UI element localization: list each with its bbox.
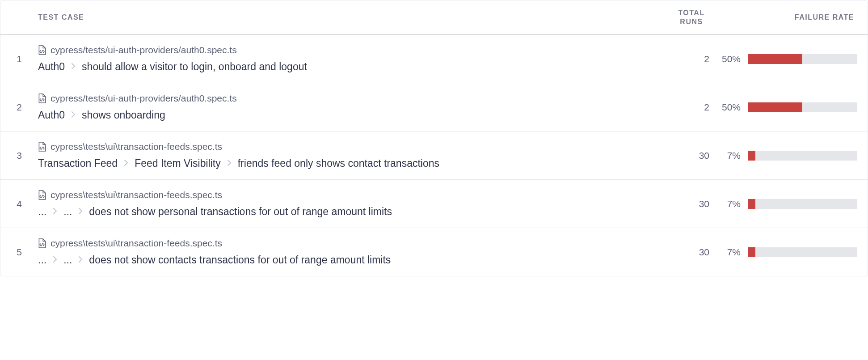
column-header-failure-rate[interactable]: FAILURE RATE — [718, 13, 857, 21]
failure-rate-bar-fill — [748, 247, 755, 257]
file-icon — [38, 142, 46, 152]
table-row[interactable]: 2 cypress/tests/ui-auth-providers/auth0.… — [0, 83, 868, 131]
file-path: cypress\tests\ui\transaction-feeds.spec.… — [51, 190, 222, 200]
failure-rate-cell: 7% — [718, 247, 857, 258]
breadcrumb-segment: shows onboarding — [82, 109, 165, 121]
file-path: cypress\tests\ui\transaction-feeds.spec.… — [51, 238, 222, 249]
column-header-total-runs[interactable]: TOTAL RUNS — [665, 8, 718, 26]
column-header-testcase[interactable]: TEST CASE — [38, 13, 665, 21]
table-body: 1 cypress/tests/ui-auth-providers/auth0.… — [0, 35, 868, 276]
failure-rate-bar-fill — [748, 151, 755, 161]
chevron-right-icon — [78, 208, 83, 214]
breadcrumb-segment: ... — [63, 206, 72, 218]
row-index: 4 — [0, 199, 38, 209]
row-index: 3 — [0, 150, 38, 161]
chevron-right-icon — [71, 110, 76, 120]
table-row[interactable]: 4 cypress\tests\ui\transaction-feeds.spe… — [0, 180, 868, 228]
chevron-right-icon — [71, 62, 76, 72]
test-breadcrumb: Auth0shows onboarding — [38, 109, 665, 121]
table-header: TEST CASE TOTAL RUNS FAILURE RATE — [0, 0, 868, 35]
failure-rate-bar — [748, 54, 857, 64]
row-main: cypress/tests/ui-auth-providers/auth0.sp… — [38, 93, 665, 121]
row-main: cypress\tests\ui\transaction-feeds.spec.… — [38, 141, 665, 169]
total-runs-value: 2 — [665, 102, 718, 113]
table-row[interactable]: 5 cypress\tests\ui\transaction-feeds.spe… — [0, 228, 868, 276]
row-main: cypress\tests\ui\transaction-feeds.spec.… — [38, 238, 665, 266]
file-icon — [38, 45, 46, 55]
test-breadcrumb: ......does not show contacts transaction… — [38, 254, 665, 266]
failure-rate-value: 50% — [718, 102, 741, 113]
row-index: 5 — [0, 247, 38, 258]
test-breadcrumb: Auth0should allow a visitor to login, on… — [38, 61, 665, 73]
file-path: cypress/tests/ui-auth-providers/auth0.sp… — [51, 45, 237, 55]
chevron-right-icon — [124, 159, 128, 168]
breadcrumb-segment: does not show contacts transactions for … — [89, 254, 391, 266]
breadcrumb-segment: Transaction Feed — [38, 157, 118, 169]
row-index: 2 — [0, 102, 38, 113]
table-row[interactable]: 3 cypress\tests\ui\transaction-feeds.spe… — [0, 131, 868, 180]
chevron-right-icon — [124, 160, 128, 166]
test-results-table: TEST CASE TOTAL RUNS FAILURE RATE 1 cypr… — [0, 0, 868, 276]
failure-rate-cell: 50% — [718, 54, 857, 64]
row-main: cypress\tests\ui\transaction-feeds.spec.… — [38, 190, 665, 218]
failure-rate-bar-fill — [748, 54, 802, 64]
chevron-right-icon — [78, 207, 83, 216]
failure-rate-cell: 7% — [718, 150, 857, 161]
failure-rate-value: 7% — [718, 247, 741, 258]
breadcrumb-segment: should allow a visitor to login, onboard… — [82, 61, 307, 73]
chevron-right-icon — [53, 255, 57, 265]
breadcrumb-segment: ... — [38, 254, 46, 266]
chevron-right-icon — [71, 63, 76, 69]
total-runs-value: 2 — [665, 54, 718, 64]
file-icon — [38, 238, 46, 248]
failure-rate-bar-fill — [748, 199, 755, 209]
breadcrumb-segment: Feed Item Visibility — [135, 157, 221, 169]
chevron-right-icon — [227, 160, 232, 166]
total-runs-value: 30 — [665, 199, 718, 209]
total-runs-value: 30 — [665, 247, 718, 258]
file-path-line: cypress\tests\ui\transaction-feeds.spec.… — [38, 238, 665, 249]
failure-rate-bar-fill — [748, 102, 802, 112]
breadcrumb-segment: Auth0 — [38, 61, 65, 73]
failure-rate-bar — [748, 199, 857, 209]
failure-rate-cell: 50% — [718, 102, 857, 113]
failure-rate-bar — [748, 102, 857, 112]
failure-rate-cell: 7% — [718, 199, 857, 209]
failure-rate-value: 7% — [718, 150, 741, 161]
row-main: cypress/tests/ui-auth-providers/auth0.sp… — [38, 45, 665, 73]
file-path-line: cypress/tests/ui-auth-providers/auth0.sp… — [38, 45, 665, 55]
breadcrumb-segment: ... — [38, 206, 46, 218]
test-breadcrumb: ......does not show personal transaction… — [38, 206, 665, 218]
chevron-right-icon — [53, 207, 57, 216]
breadcrumb-segment: ... — [63, 254, 72, 266]
chevron-right-icon — [227, 159, 232, 168]
chevron-right-icon — [78, 255, 83, 265]
file-path-line: cypress\tests\ui\transaction-feeds.spec.… — [38, 141, 665, 152]
failure-rate-value: 7% — [718, 199, 741, 209]
file-path: cypress\tests\ui\transaction-feeds.spec.… — [51, 141, 222, 152]
chevron-right-icon — [53, 208, 57, 214]
chevron-right-icon — [53, 256, 57, 263]
chevron-right-icon — [78, 256, 83, 263]
file-icon — [38, 190, 46, 200]
row-index: 1 — [0, 54, 38, 64]
chevron-right-icon — [71, 111, 76, 118]
file-path-line: cypress/tests/ui-auth-providers/auth0.sp… — [38, 93, 665, 104]
test-breadcrumb: Transaction FeedFeed Item Visibilityfrie… — [38, 157, 665, 169]
file-path-line: cypress\tests\ui\transaction-feeds.spec.… — [38, 190, 665, 200]
table-row[interactable]: 1 cypress/tests/ui-auth-providers/auth0.… — [0, 35, 868, 83]
failure-rate-value: 50% — [718, 54, 741, 64]
file-path: cypress/tests/ui-auth-providers/auth0.sp… — [51, 93, 237, 104]
total-runs-value: 30 — [665, 150, 718, 161]
breadcrumb-segment: Auth0 — [38, 109, 65, 121]
file-icon — [38, 93, 46, 103]
failure-rate-bar — [748, 247, 857, 257]
failure-rate-bar — [748, 151, 857, 161]
breadcrumb-segment: does not show personal transactions for … — [89, 206, 392, 218]
breadcrumb-segment: friends feed only shows contact transact… — [238, 157, 439, 169]
